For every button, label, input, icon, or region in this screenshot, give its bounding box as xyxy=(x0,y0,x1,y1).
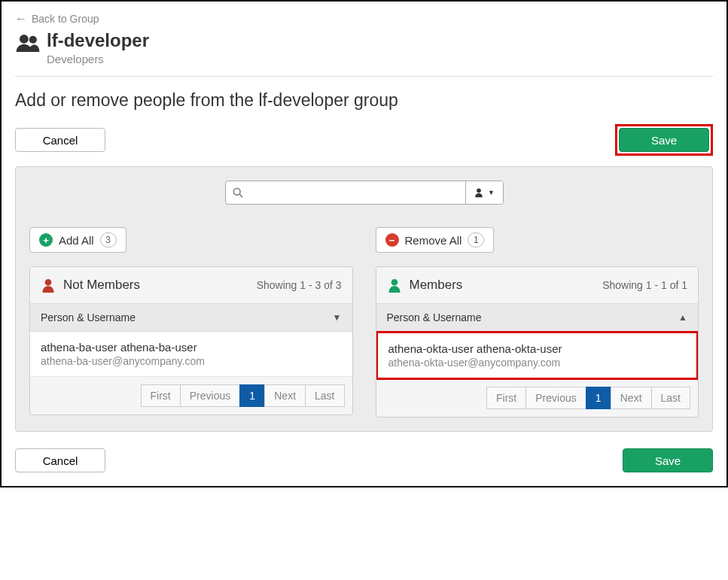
svg-point-1 xyxy=(29,36,37,44)
members-column: − Remove All 1 Members Showing 1 - 1 of … xyxy=(376,227,699,418)
group-name: lf-developer xyxy=(47,30,149,51)
page-container: ← Back to Group lf-developer Developers … xyxy=(0,0,728,487)
save-button[interactable]: Save xyxy=(619,128,709,152)
user-name: athena-okta-user athena-okta-user xyxy=(388,342,687,355)
list-item[interactable]: athena-ba-user athena-ba-user athena-ba-… xyxy=(30,332,352,377)
person-icon xyxy=(387,278,402,293)
remove-all-label: Remove All xyxy=(405,234,462,247)
not-members-column: + Add All 3 Not Members Showing 1 - 3 of… xyxy=(29,227,353,418)
save-button[interactable]: Save xyxy=(623,448,713,472)
columns: + Add All 3 Not Members Showing 1 - 3 of… xyxy=(29,227,699,418)
remove-all-button[interactable]: − Remove All 1 xyxy=(376,227,495,253)
svg-point-2 xyxy=(233,188,240,195)
members-sort[interactable]: Person & Username ▲ xyxy=(376,303,699,332)
svg-line-3 xyxy=(239,194,242,197)
search-type-dropdown[interactable]: ▼ xyxy=(465,181,503,204)
pager-next[interactable]: Next xyxy=(611,387,652,409)
group-header: lf-developer Developers xyxy=(15,30,713,77)
pager-current[interactable]: 1 xyxy=(586,387,611,409)
pager-first[interactable]: First xyxy=(141,384,181,407)
members-body: Members Showing 1 - 1 of 1 Person & User… xyxy=(376,266,699,418)
search-icon xyxy=(226,181,250,204)
pager-next[interactable]: Next xyxy=(264,384,306,407)
add-all-count: 3 xyxy=(100,232,117,247)
add-all-button[interactable]: + Add All 3 xyxy=(29,227,126,253)
pager-prev[interactable]: Previous xyxy=(180,384,240,407)
not-members-header: Not Members Showing 1 - 3 of 3 xyxy=(30,267,352,303)
cancel-button[interactable]: Cancel xyxy=(15,128,105,152)
group-icon xyxy=(15,32,41,54)
person-icon xyxy=(41,278,56,293)
caret-down-icon: ▼ xyxy=(488,189,495,196)
pager-first[interactable]: First xyxy=(486,387,526,409)
group-description: Developers xyxy=(47,53,149,65)
members-pager: First Previous 1 Next Last xyxy=(376,379,699,417)
sort-label: Person & Username xyxy=(387,311,482,323)
not-members-showing: Showing 1 - 3 of 3 xyxy=(257,279,342,291)
pager-last[interactable]: Last xyxy=(651,387,690,409)
page-title: Add or remove people from the lf-develop… xyxy=(15,90,713,111)
add-all-label: Add All xyxy=(59,234,94,247)
not-members-title: Not Members xyxy=(63,278,140,293)
svg-point-0 xyxy=(20,35,29,44)
caret-up-icon: ▲ xyxy=(678,312,687,323)
user-email: athena-ba-user@anycompany.com xyxy=(41,355,342,367)
sort-label: Person & Username xyxy=(41,311,136,323)
back-link-label: Back to Group xyxy=(32,13,99,25)
members-panel: ▼ + Add All 3 Not Members xyxy=(15,166,713,432)
save-highlight: Save xyxy=(615,124,713,156)
not-members-body: Not Members Showing 1 - 3 of 3 Person & … xyxy=(29,266,353,415)
minus-icon: − xyxy=(385,233,399,247)
search-wrap: ▼ xyxy=(225,181,504,205)
pager-prev[interactable]: Previous xyxy=(525,387,586,409)
svg-point-6 xyxy=(391,279,398,286)
user-email: athena-okta-user@anycompany.com xyxy=(388,357,687,369)
cancel-button[interactable]: Cancel xyxy=(15,448,105,472)
members-showing: Showing 1 - 1 of 1 xyxy=(602,279,687,291)
svg-point-4 xyxy=(477,189,481,193)
list-item[interactable]: athena-okta-user athena-okta-user athena… xyxy=(376,331,699,380)
caret-down-icon: ▼ xyxy=(333,312,342,323)
top-action-row: Cancel Save xyxy=(15,124,713,156)
back-to-group-link[interactable]: ← Back to Group xyxy=(15,12,99,26)
pager-last[interactable]: Last xyxy=(305,384,344,407)
pager-current[interactable]: 1 xyxy=(239,384,265,407)
user-name: athena-ba-user athena-ba-user xyxy=(41,341,342,354)
not-members-sort[interactable]: Person & Username ▼ xyxy=(30,303,352,332)
members-title: Members xyxy=(410,278,463,293)
arrow-left-icon: ← xyxy=(15,12,27,26)
svg-point-5 xyxy=(45,279,52,286)
search-input[interactable] xyxy=(250,181,465,204)
members-header: Members Showing 1 - 1 of 1 xyxy=(376,267,699,303)
bottom-action-row: Cancel Save xyxy=(15,448,713,472)
remove-all-count: 1 xyxy=(468,232,484,247)
plus-icon: + xyxy=(39,233,53,247)
search-row: ▼ xyxy=(29,181,699,205)
not-members-pager: First Previous 1 Next Last xyxy=(30,377,352,415)
